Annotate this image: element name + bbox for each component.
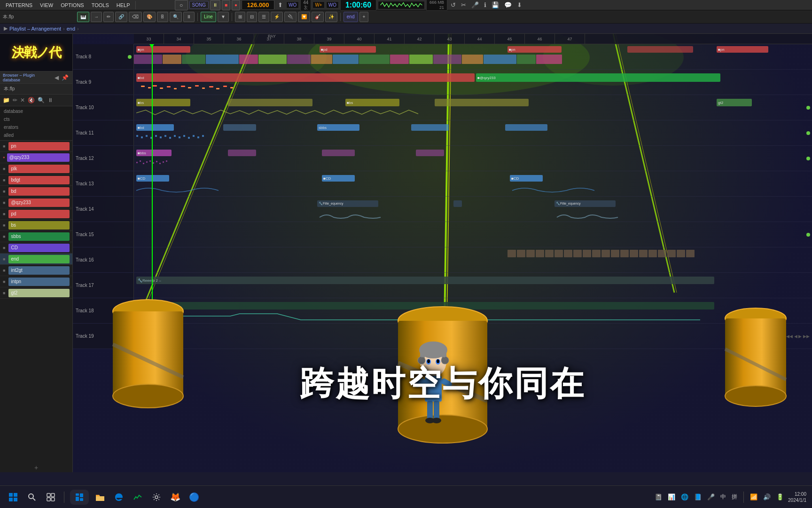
track-row-10[interactable]: Track 10 ■bs ■bs gt2 (73, 95, 812, 120)
track-8-name[interactable]: Track 8 (73, 44, 134, 69)
track-8-content[interactable]: ■pn ■pd ■pn ■pn (134, 44, 812, 69)
track-pd-label[interactable]: pd (8, 210, 70, 218)
clip-cd-13c[interactable]: ■CD (510, 175, 543, 182)
mic-tray-icon[interactable]: 🎤 (706, 492, 716, 502)
plugin-btn[interactable]: 🔌 (284, 12, 297, 22)
track-row-8[interactable]: Track 8 ■pn ■pd ■pn ■pn (73, 44, 812, 70)
mixer2-btn[interactable]: ⊞ (235, 12, 245, 22)
sidebar-track-plk[interactable]: ■ plk (0, 163, 72, 175)
track-qzy233-label[interactable]: @qzy233 (7, 153, 70, 162)
track-14-name[interactable]: Track 14 (73, 197, 134, 222)
stop-btn[interactable]: ■ (222, 0, 230, 10)
menu-patterns[interactable]: PaTternS (2, 1, 36, 9)
track-14-content[interactable]: 🔧Filte_equency 🔧Filte_equency (134, 197, 812, 222)
track-row-13[interactable]: Track 13 ■CD ■CD ■CD (73, 171, 812, 197)
app-btn[interactable]: 🔵 (187, 490, 202, 505)
search-btn[interactable]: ○ (175, 0, 188, 10)
taskview-btn[interactable] (43, 490, 58, 505)
track-11-name[interactable]: Track 11 (73, 120, 134, 145)
clip-11c[interactable] (411, 124, 449, 131)
sidebar-track-bs[interactable]: ■ bs (0, 220, 72, 231)
track-12-name[interactable]: Track 12 (73, 146, 134, 171)
paint-btn[interactable]: 🎨 (143, 12, 156, 22)
clip-bd-9[interactable]: ■bd (136, 73, 475, 82)
sidebar-track-cd[interactable]: ■ CD (0, 242, 72, 254)
sidebar-track-intpn[interactable]: ■ intpn (0, 276, 72, 287)
stocks-btn[interactable] (130, 490, 145, 505)
track-15-name[interactable]: Track 15 (73, 222, 134, 247)
piano-roll-btn[interactable]: 🎹 (77, 12, 89, 22)
sidebar-track-int2gt[interactable]: ■ int2gt (0, 265, 72, 276)
clip-cd-13b[interactable]: ■CD (322, 175, 355, 182)
sidebar-track-pn[interactable]: ■ pn (0, 141, 72, 152)
refresh-icon[interactable]: ↺ (449, 0, 458, 9)
clip-10b[interactable] (228, 99, 312, 106)
clip-bs-10b[interactable]: ■bs (345, 99, 399, 106)
start-button[interactable] (6, 490, 21, 505)
sidebar-track-qzy233b[interactable]: ■ @qzy233 (0, 197, 72, 208)
pencil-btn[interactable]: ✏ (103, 12, 114, 22)
seq-btn[interactable]: ⊟ (247, 12, 257, 22)
track-row-15[interactable]: Track 15 (73, 222, 812, 247)
filter-btn[interactable]: 🔽 (298, 12, 310, 22)
bc-playlist[interactable]: Playlist – Arrangement (9, 26, 61, 32)
track-pn-label[interactable]: pn (8, 142, 70, 151)
track-row-18[interactable]: Track 18 🔧LO MST – Volume (73, 298, 812, 324)
track-bs-label[interactable]: bs (8, 221, 70, 230)
track-row-9[interactable]: Track 9 ■bd ■@qzy233 (73, 70, 812, 95)
clip-filter-14b[interactable] (453, 200, 462, 207)
track-row-14[interactable]: Track 14 🔧Filte_equency 🔧Filte_equency (73, 197, 812, 222)
track-10-content[interactable]: ■bs ■bs gt2 (134, 95, 812, 120)
clip-filter-14c[interactable]: 🔧Filte_equency (554, 200, 616, 207)
clock[interactable]: 12:00 2024/1/1 (788, 491, 806, 503)
search-taskbar-btn[interactable] (24, 490, 39, 505)
onenote-icon[interactable]: 📓 (653, 492, 664, 502)
sidebar-track-end[interactable]: ■ end (0, 254, 72, 265)
clip-sbbs-11[interactable]: sbbs (317, 124, 359, 131)
track-bdgt-label[interactable]: bdgt (8, 176, 70, 184)
record-btn[interactable]: ● (232, 0, 240, 10)
sb-pause-icon[interactable]: ⏸ (47, 96, 54, 104)
pause2-btn[interactable]: ⏸ (183, 12, 195, 22)
track-11-content[interactable]: ■bd sbbs (134, 120, 812, 145)
file-explorer-btn[interactable] (93, 490, 108, 505)
end-marker-btn[interactable]: end (344, 12, 358, 22)
track-int2gt-label[interactable]: int2gt (8, 266, 70, 275)
pause-btn[interactable]: ⏸ (210, 0, 220, 10)
track-gt2-label[interactable]: gt2 (8, 289, 70, 297)
line-dropdown-btn[interactable]: ▼ (218, 12, 229, 22)
cut-icon[interactable]: ✂ (459, 0, 468, 9)
instrument-btn[interactable]: 🎸 (312, 12, 324, 22)
sb-close-icon[interactable]: ✕ (19, 96, 26, 104)
sb-search-icon[interactable]: 🔍 (37, 96, 46, 104)
clip-pn-8b[interactable]: ■pn (508, 46, 562, 53)
add-track-btn[interactable]: + (0, 463, 72, 472)
line-mode-btn[interactable]: Line (201, 12, 216, 22)
clip-volume-18[interactable]: 🔧LO MST – Volume (136, 302, 714, 310)
widgets-btn[interactable] (70, 490, 89, 505)
clip-12b[interactable] (228, 150, 256, 156)
clip-pn-8a[interactable]: ■pn (136, 46, 190, 53)
battery-icon[interactable]: 🔋 (775, 492, 785, 502)
song-label[interactable]: SONG (189, 1, 209, 9)
track-row-17[interactable]: Track 17 🔧Reeerb 2 – (73, 273, 812, 298)
wifi-icon[interactable]: 📶 (749, 492, 759, 502)
arrow-up-icon[interactable]: ⬆ (276, 0, 285, 9)
sb-mute-icon[interactable]: 🔇 (27, 96, 36, 104)
sidebar-back-icon[interactable]: ◀ (54, 73, 60, 82)
clip-bs-10a[interactable]: ■bs (136, 99, 190, 106)
track-18-name[interactable]: Track 18 (73, 298, 134, 323)
settings-btn[interactable] (149, 490, 164, 505)
mic-icon[interactable]: 🎤 (469, 0, 481, 9)
edge-btn[interactable] (111, 490, 126, 505)
clip-bbs-12a[interactable]: ■bbs (136, 150, 172, 156)
sidebar-track-bd[interactable]: ■ bd (0, 186, 72, 197)
clip-qzy233-9[interactable]: ■@qzy233 (476, 73, 720, 82)
clip-8-ext[interactable] (627, 46, 693, 53)
arrow-right-btn[interactable]: → (91, 12, 102, 22)
mixer-btn[interactable]: 🎚 (157, 12, 168, 22)
volume-icon[interactable]: 🔊 (762, 492, 772, 502)
track-row-11[interactable]: Track 11 ■bd sbbs (73, 120, 812, 146)
track-end-label[interactable]: end (8, 255, 70, 263)
clip-pd-8[interactable]: ■pd (320, 46, 376, 53)
